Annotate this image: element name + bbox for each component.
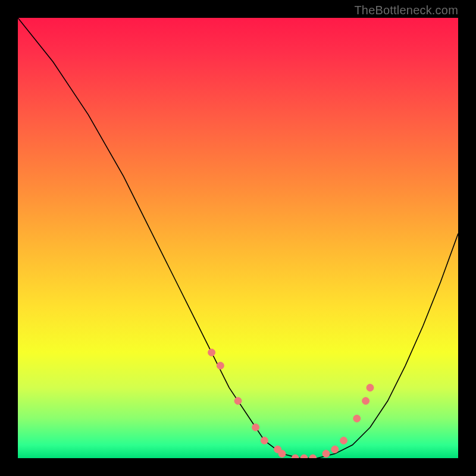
marker-dot [367, 384, 374, 392]
highlight-dots [208, 349, 374, 458]
marker-dot [300, 455, 308, 458]
marker-dot [208, 349, 215, 356]
marker-dot [234, 397, 242, 405]
bottleneck-curve [18, 18, 458, 458]
marker-dot [217, 362, 224, 369]
marker-dot [353, 415, 361, 422]
chart-svg [18, 18, 458, 458]
plot-area [18, 18, 458, 458]
marker-dot [340, 437, 347, 444]
watermark-text: TheBottleneck.com [354, 4, 458, 17]
marker-dot [261, 437, 268, 444]
marker-dot [362, 397, 369, 405]
marker-dot [252, 424, 259, 431]
marker-dot [278, 450, 286, 458]
marker-dot [292, 455, 299, 458]
marker-dot [331, 446, 339, 453]
marker-dot [309, 455, 317, 458]
marker-dot [322, 450, 330, 458]
